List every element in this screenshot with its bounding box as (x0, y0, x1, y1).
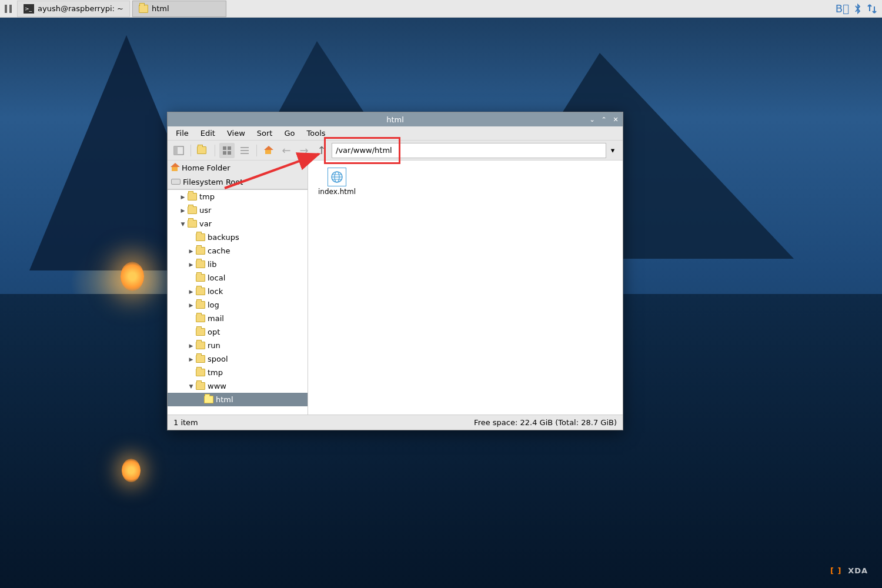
folder-icon (188, 206, 197, 214)
menu-view[interactable]: View (222, 128, 250, 139)
svg-rect-0 (5, 5, 7, 13)
tree-item-html[interactable]: html (168, 393, 308, 406)
icon-view-button[interactable] (219, 143, 235, 158)
chevron-right-icon[interactable]: ▶ (188, 288, 195, 295)
svg-rect-10 (240, 153, 249, 154)
app-menu-icon[interactable] (2, 3, 14, 15)
tree-label: var (199, 219, 212, 228)
tree-label: local (208, 273, 225, 282)
tree-label: spool (208, 355, 228, 363)
path-input[interactable] (332, 143, 606, 158)
tree-item-backups[interactable]: backups (168, 230, 308, 244)
chevron-down-icon[interactable]: ▼ (188, 383, 195, 390)
tree-item-lib[interactable]: ▶lib (168, 258, 308, 271)
folder-icon (196, 233, 205, 241)
status-free-space: Free space: 22.4 GiB (Total: 28.7 GiB) (474, 418, 617, 427)
window-titlebar[interactable]: html ⌄ ⌃ ✕ (168, 112, 623, 126)
directory-tree[interactable]: ▶tmp ▶usr ▼var backups ▶cache ▶lib local… (168, 189, 308, 415)
window-close-button[interactable]: ✕ (611, 115, 620, 124)
statusbar: 1 item Free space: 22.4 GiB (Total: 28.7… (168, 415, 623, 430)
folder-icon (188, 220, 197, 228)
nav-up-button[interactable]: ↑ (314, 143, 329, 158)
file-view[interactable]: index.html (308, 161, 623, 415)
taskbar-terminal-task[interactable]: >_ ayush@raspberrypi: ~ (17, 1, 130, 17)
tree-label: www (208, 382, 226, 390)
folder-icon (196, 382, 205, 390)
chevron-right-icon[interactable]: ▶ (188, 302, 195, 309)
svg-rect-4 (223, 146, 226, 150)
tree-label: run (208, 341, 220, 350)
tree-label: html (216, 395, 233, 404)
sidebar: Home Folder Filesystem Root ▶tmp ▶usr ▼v… (168, 161, 308, 415)
tree-label: lock (208, 287, 223, 296)
svg-rect-3 (174, 146, 178, 155)
watermark-text: XDA (848, 566, 868, 575)
tree-item-var-tmp[interactable]: tmp (168, 366, 308, 379)
tree-item-www[interactable]: ▼www (168, 379, 308, 393)
menu-file[interactable]: File (171, 128, 193, 139)
window-minimize-button[interactable]: ⌄ (587, 115, 597, 124)
folder-icon (196, 274, 205, 282)
window-maximize-button[interactable]: ⌃ (599, 115, 609, 124)
path-dropdown-button[interactable]: ▾ (606, 143, 619, 158)
svg-rect-5 (228, 146, 231, 150)
tree-label: mail (208, 314, 224, 323)
new-folder-button[interactable] (195, 143, 211, 158)
bluetooth-icon[interactable] (854, 3, 862, 15)
list-view-button[interactable] (237, 143, 252, 158)
folder-icon (196, 301, 205, 309)
tree-item-lock[interactable]: ▶lock (168, 285, 308, 298)
tree-label: log (208, 300, 219, 309)
folder-icon (196, 260, 205, 268)
nav-forward-button[interactable]: → (296, 143, 312, 158)
folder-icon (196, 247, 205, 255)
tree-item-usr[interactable]: ▶usr (168, 203, 308, 217)
bluetooth-icon[interactable]: B⃣ (836, 2, 849, 15)
folder-icon (188, 193, 197, 201)
taskbar: >_ ayush@raspberrypi: ~ html B⃣ (0, 0, 882, 18)
menubar: File Edit View Sort Go Tools (168, 126, 623, 141)
taskbar-filemanager-task[interactable]: html (132, 1, 226, 17)
chevron-right-icon[interactable]: ▶ (188, 356, 195, 363)
tree-item-var[interactable]: ▼var (168, 217, 308, 230)
folder-icon (196, 288, 205, 295)
tree-item-tmp[interactable]: ▶tmp (168, 190, 308, 203)
svg-rect-6 (223, 151, 226, 155)
tree-item-spool[interactable]: ▶spool (168, 352, 308, 366)
home-button[interactable] (261, 143, 276, 158)
file-item-index-html[interactable]: index.html (314, 165, 360, 198)
tree-item-cache[interactable]: ▶cache (168, 244, 308, 258)
menu-edit[interactable]: Edit (196, 128, 220, 139)
tree-item-log[interactable]: ▶log (168, 298, 308, 312)
chevron-right-icon[interactable]: ▶ (179, 207, 186, 214)
svg-rect-8 (240, 147, 249, 148)
menu-sort[interactable]: Sort (252, 128, 278, 139)
network-sync-icon[interactable] (867, 3, 877, 15)
svg-rect-1 (9, 5, 12, 13)
chevron-right-icon[interactable]: ▶ (179, 193, 186, 201)
chevron-right-icon[interactable]: ▶ (188, 261, 195, 268)
tree-item-opt[interactable]: opt (168, 325, 308, 339)
home-icon (171, 164, 179, 171)
chevron-right-icon[interactable]: ▶ (188, 342, 195, 349)
places-home[interactable]: Home Folder (168, 161, 308, 175)
menu-tools[interactable]: Tools (302, 128, 330, 139)
folder-icon (196, 328, 205, 336)
status-item-count: 1 item (173, 418, 198, 427)
taskbar-terminal-label: ayush@raspberrypi: ~ (38, 4, 123, 13)
tree-item-local[interactable]: local (168, 271, 308, 285)
tree-item-mail[interactable]: mail (168, 312, 308, 325)
tree-item-run[interactable]: ▶run (168, 339, 308, 352)
places-filesystem-root[interactable]: Filesystem Root (168, 175, 308, 189)
menu-go[interactable]: Go (279, 128, 299, 139)
chevron-right-icon[interactable]: ▶ (188, 248, 195, 255)
file-label: index.html (318, 188, 356, 196)
nav-back-button[interactable]: ← (279, 143, 294, 158)
svg-rect-7 (228, 151, 231, 155)
chevron-down-icon[interactable]: ▼ (179, 220, 186, 228)
toggle-sidepane-button[interactable] (171, 143, 186, 158)
taskbar-fm-label: html (152, 4, 169, 13)
tree-label: opt (208, 328, 220, 336)
folder-icon (196, 315, 205, 322)
folder-icon (196, 342, 205, 349)
